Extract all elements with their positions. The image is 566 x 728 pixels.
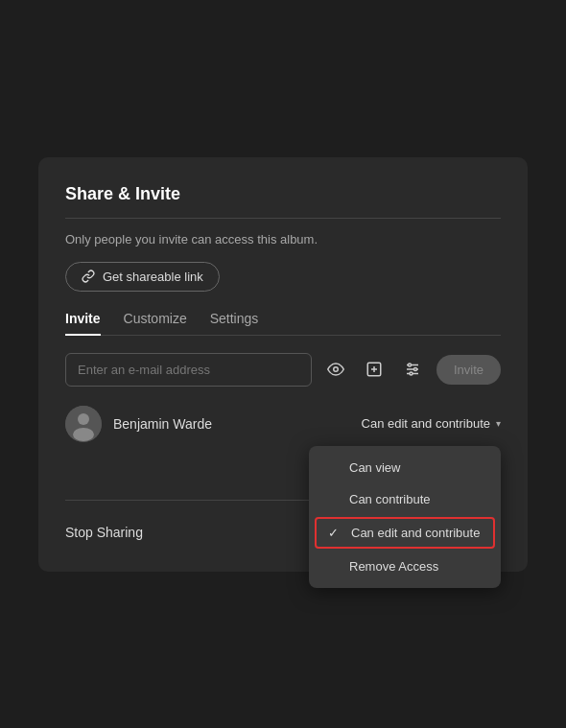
- link-icon: [82, 270, 95, 283]
- shareable-link-label: Get shareable link: [103, 270, 203, 284]
- checkmark-icon: ✓: [328, 526, 343, 540]
- filter-button[interactable]: [398, 355, 427, 384]
- tab-customize[interactable]: Customize: [124, 311, 187, 336]
- svg-point-0: [334, 367, 339, 372]
- dropdown-item-remove-access[interactable]: Remove Access: [309, 551, 501, 582]
- invite-section: Invite: [65, 353, 501, 387]
- divider-top: [65, 218, 501, 219]
- svg-point-7: [410, 372, 413, 375]
- get-shareable-link-button[interactable]: Get shareable link: [65, 262, 220, 292]
- invite-button[interactable]: Invite: [436, 355, 501, 385]
- user-name: Benjamin Warde: [113, 416, 350, 432]
- dropdown-item-can-contribute[interactable]: Can contribute: [309, 483, 501, 515]
- check-placeholder: [326, 460, 342, 475]
- tab-invite[interactable]: Invite: [65, 311, 101, 336]
- check-placeholder-2: [326, 492, 342, 506]
- svg-point-10: [73, 428, 94, 441]
- permission-label: Can edit and contribute: [362, 416, 490, 431]
- share-invite-modal: Share & Invite Only people you invite ca…: [38, 157, 528, 572]
- dropdown-item-can-view[interactable]: Can view: [309, 452, 501, 483]
- tab-settings[interactable]: Settings: [210, 311, 259, 336]
- eye-icon: [327, 361, 344, 378]
- permission-dropdown: Can view Can contribute ✓ Can edit and c…: [309, 446, 501, 588]
- permission-dropdown-trigger[interactable]: Can edit and contribute ▾: [362, 416, 501, 431]
- dropdown-item-can-edit-contribute[interactable]: ✓ Can edit and contribute: [315, 517, 495, 549]
- user-row: Benjamin Warde Can edit and contribute ▾…: [65, 406, 501, 442]
- check-placeholder-3: [326, 559, 342, 574]
- svg-point-5: [408, 364, 411, 366]
- stop-sharing-button[interactable]: Stop Sharing: [65, 525, 143, 540]
- chevron-down-icon: ▾: [496, 418, 501, 429]
- view-icon-button[interactable]: [321, 355, 350, 384]
- avatar: [65, 406, 102, 442]
- tabs-container: Invite Customize Settings: [65, 311, 501, 336]
- sliders-icon: [404, 361, 421, 378]
- email-input[interactable]: [65, 353, 312, 387]
- modal-title: Share & Invite: [65, 184, 501, 204]
- svg-point-6: [413, 368, 416, 371]
- svg-point-9: [78, 413, 89, 425]
- avatar-image: [65, 406, 102, 442]
- add-photo-button[interactable]: [360, 355, 389, 384]
- modal-subtitle: Only people you invite can access this a…: [65, 232, 501, 247]
- add-photo-icon: [366, 361, 383, 378]
